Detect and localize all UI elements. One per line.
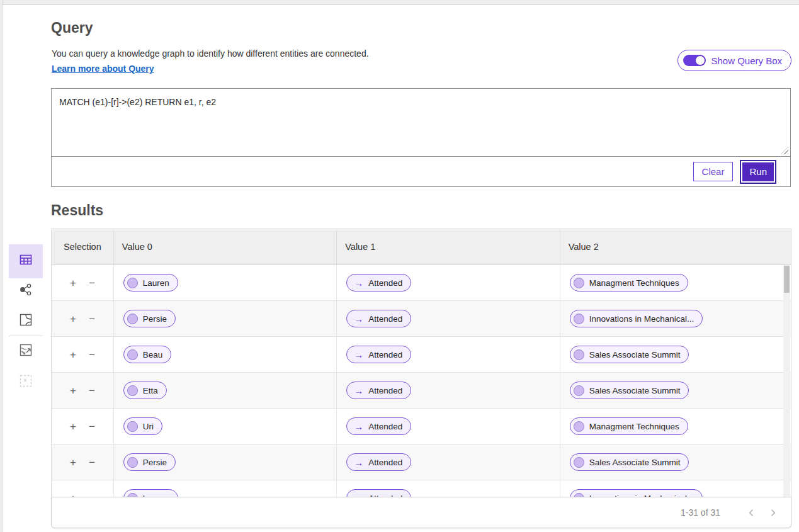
map-icon xyxy=(18,312,33,330)
arrow-right-icon: → xyxy=(354,314,363,324)
entity-pill[interactable]: Lauren xyxy=(123,489,178,497)
show-query-box-toggle[interactable]: Show Query Box xyxy=(677,50,791,71)
query-actions: Clear Run xyxy=(52,157,790,186)
entity-pill[interactable]: Managment Techniques xyxy=(570,274,688,291)
sidebar-item-map-view[interactable] xyxy=(9,312,43,330)
sidebar-item-select-tool xyxy=(9,373,43,391)
relationship-pill[interactable]: →Attended xyxy=(346,382,411,399)
entity-circle-icon xyxy=(127,278,138,288)
entity-circle-icon xyxy=(127,349,138,360)
relationship-pill[interactable]: →Attended xyxy=(346,417,411,435)
selection-cell: +− xyxy=(52,337,114,372)
learn-more-link[interactable]: Learn more about Query xyxy=(52,64,154,74)
relationship-pill[interactable]: →Attended xyxy=(346,274,411,291)
entity-label: Etta xyxy=(143,386,158,395)
value2-cell: Sales Associate Summit xyxy=(560,444,791,480)
value0-cell: Etta xyxy=(114,373,337,408)
chevron-left-icon[interactable] xyxy=(743,504,759,521)
sidebar-divider xyxy=(9,336,43,336)
add-selection-button[interactable]: + xyxy=(70,314,76,324)
column-header-value0: Value 0 xyxy=(114,229,337,264)
entity-label: Innovations in Mechanical... xyxy=(589,314,694,324)
entity-pill[interactable]: Persie xyxy=(123,453,176,471)
toggle-switch-icon[interactable] xyxy=(683,55,706,66)
clear-button[interactable]: Clear xyxy=(693,162,734,181)
add-selection-button[interactable]: + xyxy=(70,421,76,432)
entity-pill[interactable]: Lauren xyxy=(123,274,178,291)
value2-cell: Innovations in Mechanical... xyxy=(560,480,791,497)
entity-pill[interactable]: Sales Associate Summit xyxy=(570,346,689,363)
entity-label: Beau xyxy=(143,350,163,359)
add-selection-button[interactable]: + xyxy=(70,457,76,468)
results-table: Selection Value 0 Value 1 Value 2 +−Laur… xyxy=(51,229,791,497)
entity-label: Managment Techniques xyxy=(589,422,679,431)
relationship-pill[interactable]: →Attended xyxy=(346,346,411,363)
value0-cell: Persie xyxy=(114,301,337,336)
pagination-range-label: 1-31 of 31 xyxy=(681,507,720,518)
entity-circle-icon xyxy=(574,457,584,468)
entity-pill[interactable]: Sales Associate Summit xyxy=(570,382,689,399)
entity-label: Lauren xyxy=(143,278,169,288)
relationship-pill[interactable]: →Attended xyxy=(346,453,411,471)
entity-pill[interactable]: Innovations in Mechanical... xyxy=(570,310,703,327)
add-selection-button[interactable]: + xyxy=(70,278,76,288)
pagination-bar: 1-31 of 31 xyxy=(51,497,791,528)
sidebar-item-table-view[interactable] xyxy=(9,244,43,278)
relationship-label: Attended xyxy=(368,386,402,395)
value1-cell: →Attended xyxy=(337,409,560,444)
add-selection-button[interactable]: + xyxy=(70,385,76,396)
table-scrollbar-track[interactable] xyxy=(783,265,790,497)
selection-cell: +− xyxy=(52,301,114,336)
entity-pill[interactable]: Sales Associate Summit xyxy=(570,453,689,471)
page-title: Query xyxy=(51,20,93,37)
relationship-pill[interactable]: →Attended xyxy=(346,489,411,497)
entity-pill[interactable]: Beau xyxy=(123,346,172,363)
entity-pill[interactable]: Etta xyxy=(123,382,167,399)
remove-selection-button[interactable]: − xyxy=(89,314,95,324)
relationship-label: Attended xyxy=(368,458,402,467)
remove-selection-button[interactable]: − xyxy=(89,421,95,432)
remove-selection-button[interactable]: − xyxy=(89,385,95,396)
value0-cell: Beau xyxy=(114,337,337,372)
selection-cell: +− xyxy=(52,444,114,480)
query-panel: MATCH (e1)-[r]->(e2) RETURN e1, r, e2 Cl… xyxy=(51,88,791,187)
query-input[interactable]: MATCH (e1)-[r]->(e2) RETURN e1, r, e2 xyxy=(52,89,790,156)
remove-selection-button[interactable]: − xyxy=(89,278,95,288)
value2-cell: Innovations in Mechanical... xyxy=(560,301,791,336)
arrow-right-icon: → xyxy=(354,458,363,467)
column-header-value2: Value 2 xyxy=(560,229,791,264)
add-selection-button[interactable]: + xyxy=(70,349,76,360)
entity-label: Uri xyxy=(143,422,154,431)
toggle-knob xyxy=(695,55,705,65)
query-description: You can query a knowledge graph to ident… xyxy=(52,48,369,59)
selection-box-icon xyxy=(18,373,33,391)
remove-selection-button[interactable]: − xyxy=(89,349,95,360)
table-row: +−Persie→AttendedSales Associate Summit xyxy=(52,444,791,480)
table-row: +−Uri→AttendedManagment Techniques xyxy=(52,409,791,444)
selection-cell: +− xyxy=(52,265,114,300)
column-header-selection: Selection xyxy=(52,229,114,264)
arrow-right-icon: → xyxy=(354,278,363,288)
chevron-right-icon[interactable] xyxy=(764,504,781,521)
entity-pill[interactable]: Innovations in Mechanical... xyxy=(570,489,703,497)
remove-selection-button[interactable]: − xyxy=(89,457,95,468)
value0-cell: Lauren xyxy=(114,480,337,497)
run-button[interactable]: Run xyxy=(741,161,775,183)
entity-label: Persie xyxy=(143,458,167,467)
value1-cell: →Attended xyxy=(337,337,560,372)
page-top-border xyxy=(0,0,799,5)
link-chart-icon xyxy=(18,282,33,300)
table-row: +−Etta→AttendedSales Associate Summit xyxy=(52,373,791,409)
sidebar-item-link-chart-view[interactable] xyxy=(9,282,43,300)
table-row: +−Lauren→AttendedManagment Techniques xyxy=(52,265,791,301)
value0-cell: Uri xyxy=(114,409,337,444)
selection-cell: +− xyxy=(52,409,114,444)
table-scrollbar-thumb[interactable] xyxy=(784,266,790,293)
entity-pill[interactable]: Managment Techniques xyxy=(570,417,688,435)
sidebar-item-add-to-map[interactable] xyxy=(9,342,43,360)
entity-circle-icon xyxy=(127,385,138,396)
entity-circle-icon xyxy=(127,314,138,324)
entity-pill[interactable]: Uri xyxy=(123,417,162,435)
entity-pill[interactable]: Persie xyxy=(123,310,176,327)
relationship-pill[interactable]: →Attended xyxy=(346,310,411,327)
